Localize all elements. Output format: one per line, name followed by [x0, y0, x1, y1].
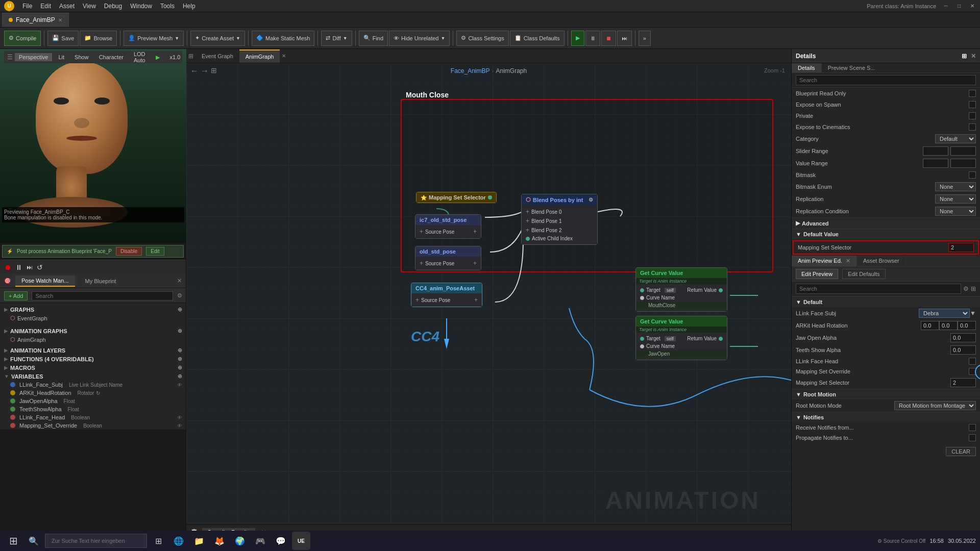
- class-settings-button[interactable]: ⚙ Class Settings: [456, 31, 508, 46]
- details-layout-icon[interactable]: ⊞: [962, 53, 967, 60]
- arkit-y-input[interactable]: [939, 321, 958, 330]
- root-motion-dropdown[interactable]: Root Motion from Montages: [894, 401, 976, 410]
- lit-mode-button[interactable]: Lit: [54, 53, 68, 61]
- teeth-show-input[interactable]: [950, 345, 976, 355]
- tab-face-animbp[interactable]: Face_AnimBP ✕: [2, 13, 69, 27]
- pose-watch-tab[interactable]: Pose Watch Man...: [15, 276, 75, 287]
- graphs-add-icon[interactable]: ⊕: [178, 306, 182, 313]
- llink-dropdown-icon[interactable]: ▼: [970, 310, 976, 317]
- menu-item-asset[interactable]: Asset: [59, 3, 75, 10]
- grid-nav-icon[interactable]: ⊞: [211, 66, 217, 76]
- maximize-button[interactable]: □: [955, 3, 963, 10]
- anim-graph-tab[interactable]: AnimGraph: [239, 49, 280, 63]
- back-nav-icon[interactable]: ←: [190, 66, 199, 76]
- private-checkbox[interactable]: [969, 112, 976, 119]
- arkit-x-input[interactable]: [921, 321, 939, 330]
- anim-layers-add-icon[interactable]: ⊕: [178, 347, 182, 354]
- refresh-button[interactable]: ↺: [37, 263, 43, 271]
- pause-playback-button[interactable]: ⏸: [15, 263, 22, 271]
- menu-item-file[interactable]: File: [22, 3, 32, 10]
- node-old-std-pose[interactable]: old_std_pose + Source Pose +: [415, 246, 481, 270]
- blueprint-search-input[interactable]: [32, 291, 173, 300]
- menu-item-debug[interactable]: Debug: [104, 3, 122, 10]
- taskbar-firefox-icon[interactable]: 🦊: [210, 532, 229, 550]
- category-dropdown[interactable]: Default: [935, 134, 976, 143]
- tab-close-button[interactable]: ✕: [58, 17, 62, 23]
- anim-preview-search-input[interactable]: [796, 284, 961, 294]
- menu-item-window[interactable]: Window: [130, 3, 152, 10]
- arkit-z-input[interactable]: [958, 321, 976, 330]
- bitmask-checkbox[interactable]: [969, 171, 976, 179]
- node-get-curve-1[interactable]: Get Curve Value Target is Anim Instance …: [635, 267, 727, 312]
- character-button[interactable]: Character: [95, 53, 128, 61]
- preview-scene-tab[interactable]: Preview Scene S...: [822, 63, 881, 72]
- taskbar-apps-icon[interactable]: ⊞: [149, 532, 167, 550]
- anim-mapping-selector-input[interactable]: [950, 378, 976, 387]
- variables-header[interactable]: ▼ VARIABLES ⊕: [0, 372, 186, 381]
- node-ic7-pose[interactable]: ic7_old_std_pose + Source Pose +: [415, 214, 481, 239]
- save-button[interactable]: 💾 Save: [47, 31, 79, 46]
- val-min-input[interactable]: [923, 159, 948, 168]
- functions-header[interactable]: ▶ FUNCTIONS (4 OVERRIDABLE) ⊕: [0, 355, 186, 363]
- taskbar-edge-icon[interactable]: 🌐: [169, 532, 188, 550]
- anim-preview-layout-icon[interactable]: ⊞: [971, 285, 976, 292]
- close-details-button[interactable]: ✕: [971, 53, 976, 60]
- forward-nav-icon[interactable]: →: [201, 66, 209, 76]
- show-button[interactable]: Show: [70, 53, 93, 61]
- play-button[interactable]: ▶: [571, 31, 584, 46]
- receive-notifies-checkbox[interactable]: [969, 424, 976, 431]
- taskbar-chrome-icon[interactable]: 🌍: [231, 532, 249, 550]
- mapping-selector-input[interactable]: [948, 243, 974, 252]
- my-blueprint-tab[interactable]: My Blueprint: [79, 276, 122, 286]
- replication-cond-dropdown[interactable]: None: [935, 207, 976, 216]
- taskbar-folder-icon[interactable]: 📁: [190, 532, 208, 550]
- asset-browser-tab[interactable]: Asset Browser: [857, 256, 906, 266]
- edit-post-process-button[interactable]: Edit: [146, 247, 164, 256]
- search-taskbar-button[interactable]: 🔍: [24, 532, 43, 550]
- functions-add-icon[interactable]: ⊕: [178, 356, 182, 362]
- diff-button[interactable]: ⇄ Diff ▼: [321, 31, 352, 46]
- bp-readonly-checkbox[interactable]: [969, 90, 976, 97]
- add-button[interactable]: + Add: [4, 291, 28, 300]
- macros-header[interactable]: ▶ MACROS ⊕: [0, 363, 186, 372]
- step-forward-button[interactable]: ⏭: [27, 264, 33, 271]
- hide-unrelated-button[interactable]: 👁 Hide Unrelated ▼: [389, 31, 450, 46]
- anim-graphs-add-icon[interactable]: ⊕: [178, 328, 182, 334]
- anim-graph-item[interactable]: ⬡ AnimGraph: [0, 335, 186, 344]
- menu-item-tools[interactable]: Tools: [160, 3, 175, 10]
- anim-graphs-header[interactable]: ▶ ANIMATION GRAPHS ⊕: [0, 327, 186, 335]
- menu-item-help[interactable]: Help: [183, 3, 195, 10]
- pause-toolbar-button[interactable]: ⏸: [585, 31, 600, 46]
- create-asset-button[interactable]: ✦ Create Asset ▼: [190, 31, 245, 46]
- menu-item-edit[interactable]: Edit: [40, 3, 51, 10]
- var-teeth-show[interactable]: TeethShowAlpha Float: [0, 405, 186, 413]
- var-arkit-head[interactable]: ARKit_HeadRotation Rotator ↻: [0, 389, 186, 397]
- windows-start-icon[interactable]: ⊞: [4, 532, 22, 550]
- skip-button[interactable]: ⏭: [617, 31, 632, 46]
- class-defaults-button[interactable]: 📋 Class Defaults: [510, 31, 565, 46]
- bitmask-enum-dropdown[interactable]: None: [935, 182, 976, 191]
- default-value-header[interactable]: ▼ Default Value: [792, 229, 980, 239]
- node-get-curve-2[interactable]: Get Curve Value Target is Anim Instance …: [635, 316, 727, 360]
- advanced-section-header[interactable]: ▶ Advanced: [792, 217, 980, 229]
- find-button[interactable]: 🔍 Find: [359, 31, 388, 46]
- browse-button[interactable]: 📁 Browse: [80, 31, 117, 46]
- graph-area[interactable]: Face_AnimBP › AnimGraph Zoom -1 ← → ⊞ Mo…: [186, 63, 791, 524]
- viewport[interactable]: ☰ Perspective Lit Show Character LOD Aut…: [0, 49, 186, 243]
- default-section-header[interactable]: ▼ Default: [792, 296, 980, 307]
- more-button[interactable]: »: [639, 31, 651, 46]
- macros-add-icon[interactable]: ⊕: [178, 364, 182, 371]
- llink-face-head-checkbox[interactable]: [969, 358, 976, 365]
- blueprint-settings-icon[interactable]: ⚙: [177, 292, 182, 299]
- replication-dropdown[interactable]: None: [935, 194, 976, 204]
- lod-button[interactable]: LOD Auto: [130, 50, 150, 64]
- node-cc4-pose-asset[interactable]: CC4_anim_PoseAsset + Source Pose +: [411, 283, 482, 307]
- animation-layers-header[interactable]: ▶ ANIMATION LAYERS ⊕: [0, 346, 186, 355]
- perspective-button[interactable]: Perspective: [15, 53, 52, 61]
- event-graph-item[interactable]: ⬡ EventGraph: [0, 314, 186, 322]
- anim-preview-ed-tab[interactable]: Anim Preview Ed. ✕: [792, 256, 857, 266]
- taskbar-search-input[interactable]: [45, 534, 147, 548]
- eye-icon-llink[interactable]: 👁: [177, 382, 182, 388]
- edit-preview-button[interactable]: Edit Preview: [796, 269, 838, 279]
- anim-preview-settings-icon[interactable]: ⚙: [963, 285, 969, 292]
